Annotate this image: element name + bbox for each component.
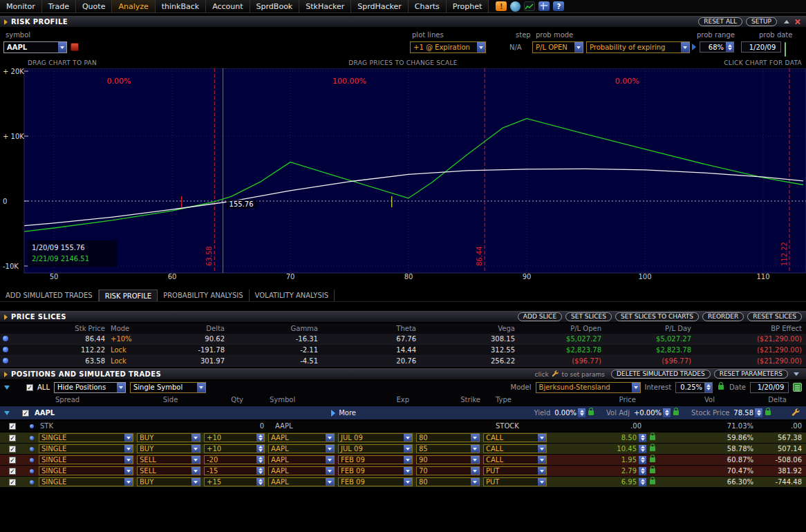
price-stepper[interactable]: 1.95 bbox=[550, 456, 664, 464]
close-icon[interactable] bbox=[794, 19, 800, 25]
qty-stepper[interactable]: +15 bbox=[204, 477, 265, 486]
tab-account[interactable]: Account bbox=[206, 0, 250, 12]
spinner-icon[interactable] bbox=[663, 408, 671, 417]
lock-icon[interactable] bbox=[650, 457, 655, 462]
symbol-select[interactable]: AAPL bbox=[268, 455, 335, 464]
row-checkbox[interactable] bbox=[9, 457, 16, 464]
mode-select[interactable]: Lock bbox=[108, 346, 158, 354]
spinner-icon[interactable] bbox=[639, 434, 646, 442]
slice-indicator-icon[interactable] bbox=[3, 336, 8, 341]
row-checkbox[interactable] bbox=[9, 479, 16, 486]
type-select[interactable]: PUT bbox=[483, 466, 547, 475]
type-select[interactable]: CALL bbox=[483, 455, 547, 464]
qty-stepper[interactable]: +10 bbox=[204, 444, 265, 453]
delete-simulated-trades-button[interactable]: DELETE SIMULATED TRADES bbox=[611, 370, 711, 379]
spinner-icon[interactable] bbox=[578, 408, 585, 417]
globe-icon[interactable] bbox=[510, 1, 521, 12]
tab-prophet[interactable]: Prophet bbox=[447, 0, 489, 12]
exp-select[interactable]: JUL 09 bbox=[338, 433, 413, 442]
spinner-icon[interactable] bbox=[755, 408, 762, 417]
lock-icon[interactable] bbox=[765, 410, 771, 415]
symbol-select[interactable]: AAPL bbox=[268, 444, 335, 453]
wrench-icon[interactable] bbox=[791, 408, 800, 417]
tab-charts[interactable]: Charts bbox=[409, 0, 447, 12]
setup-button[interactable]: SETUP bbox=[746, 17, 777, 26]
type-select[interactable]: CALL bbox=[483, 444, 547, 453]
chart-icon[interactable] bbox=[524, 1, 535, 11]
price-stepper[interactable]: 2.79 bbox=[550, 467, 664, 475]
set-slices-to-charts-button[interactable]: SET SLICES TO CHARTS bbox=[615, 312, 699, 321]
chevron-down-icon[interactable] bbox=[794, 372, 799, 376]
single-symbol-select[interactable]: Single Symbol bbox=[130, 382, 206, 393]
spread-select[interactable]: SINGLE bbox=[39, 433, 133, 442]
date-field[interactable]: 1/20/09 bbox=[750, 382, 789, 393]
reorder-button[interactable]: REORDER bbox=[702, 312, 744, 321]
risk-profile-chart[interactable]: 5060708090100110+ 20K+ 10K0-10K63.5886.4… bbox=[0, 68, 806, 283]
slice-indicator-icon[interactable] bbox=[3, 358, 8, 363]
strike-select[interactable]: 80 bbox=[416, 433, 480, 442]
symbol-select[interactable]: AAPL bbox=[268, 477, 335, 486]
spinner-icon[interactable] bbox=[704, 383, 712, 392]
side-select[interactable]: BUY bbox=[137, 477, 200, 486]
pl-open-select[interactable]: P/L OPEN bbox=[532, 41, 583, 53]
more-toggle[interactable]: More bbox=[331, 409, 356, 417]
price-stepper[interactable]: 10.45 bbox=[550, 445, 664, 453]
tab-volatility-analysis[interactable]: VOLATILITY ANALYSIS bbox=[250, 289, 335, 301]
mode-select[interactable]: Lock bbox=[108, 357, 158, 365]
workspace-icon[interactable] bbox=[538, 1, 550, 11]
prob-mode-select[interactable]: Probability of expiring bbox=[586, 41, 690, 53]
tab-trade[interactable]: Trade bbox=[42, 0, 76, 12]
strike-select[interactable]: 80 bbox=[416, 477, 480, 486]
vol-adj-stepper[interactable]: +0.00% bbox=[634, 408, 680, 417]
exp-select[interactable]: FEB 09 bbox=[338, 455, 413, 464]
price-stepper[interactable]: 8.50 bbox=[550, 434, 664, 442]
tab-quote[interactable]: Quote bbox=[76, 0, 112, 12]
row-checkbox[interactable] bbox=[9, 468, 16, 475]
spread-select[interactable]: SINGLE bbox=[39, 444, 133, 453]
strike-select[interactable]: 85 bbox=[416, 444, 480, 453]
spread-select[interactable]: SINGLE bbox=[39, 477, 133, 486]
reset-all-button[interactable]: RESET ALL bbox=[698, 17, 742, 26]
tab-sprdhacker[interactable]: SprdHacker bbox=[351, 0, 409, 12]
symbol-select[interactable]: AAPL bbox=[268, 466, 335, 475]
row-checkbox[interactable] bbox=[9, 423, 16, 430]
collapse-symbol-icon[interactable] bbox=[4, 411, 10, 415]
spinner-icon[interactable] bbox=[726, 42, 733, 52]
symbol-flag-icon[interactable] bbox=[71, 43, 79, 51]
lock-icon[interactable] bbox=[650, 435, 655, 440]
collapse-section-icon[interactable] bbox=[784, 20, 789, 23]
spread-select[interactable]: SINGLE bbox=[39, 455, 133, 464]
reset-slices-button[interactable]: RESET SLICES bbox=[747, 312, 802, 321]
tab-risk-profile[interactable]: RISK PROFILE bbox=[99, 289, 158, 301]
spread-select[interactable]: SINGLE bbox=[39, 466, 133, 475]
all-checkbox[interactable] bbox=[26, 384, 33, 391]
tab-sprdbook[interactable]: SprdBook bbox=[250, 0, 300, 12]
alert-icon[interactable]: ! bbox=[496, 1, 507, 11]
calendar-icon[interactable] bbox=[785, 42, 786, 57]
calendar-icon[interactable] bbox=[793, 383, 802, 392]
tab-add-simulated-trades[interactable]: ADD SIMULATED TRADES bbox=[0, 289, 99, 301]
collapse-group-icon[interactable] bbox=[4, 386, 10, 390]
qty-stepper[interactable]: -20 bbox=[204, 455, 265, 464]
tab-probability-analysis[interactable]: PROBABILITY ANALYSIS bbox=[158, 289, 249, 301]
stk-price-value[interactable]: 112.22 bbox=[11, 346, 108, 354]
tab-thinkback[interactable]: thinkBack bbox=[156, 0, 206, 12]
spinner-icon[interactable] bbox=[639, 456, 646, 464]
help-icon[interactable]: ? bbox=[553, 1, 564, 11]
divider-arrow-icon[interactable] bbox=[692, 44, 696, 50]
exp-select[interactable]: FEB 09 bbox=[338, 466, 413, 475]
exp-select[interactable]: JUL 09 bbox=[338, 444, 413, 453]
lock-icon[interactable] bbox=[588, 410, 594, 415]
yield-stepper[interactable]: 0.00% bbox=[554, 408, 595, 417]
type-select[interactable]: PUT bbox=[483, 477, 547, 486]
stk-price-value[interactable]: 63.58 bbox=[11, 357, 108, 365]
spinner-icon[interactable] bbox=[639, 467, 646, 475]
tab-monitor[interactable]: Monitor bbox=[0, 0, 42, 12]
stk-price-value[interactable]: 86.44 bbox=[11, 335, 108, 343]
set-slices-button[interactable]: SET SLICES bbox=[565, 312, 612, 321]
interest-stepper[interactable]: 0.25% bbox=[675, 382, 713, 393]
strike-select[interactable]: 70 bbox=[416, 466, 480, 475]
tab-stkhacker[interactable]: StkHacker bbox=[299, 0, 351, 12]
stock-price-stepper[interactable]: 78.58 bbox=[733, 408, 772, 417]
symbol-select[interactable]: AAPL bbox=[268, 433, 335, 442]
